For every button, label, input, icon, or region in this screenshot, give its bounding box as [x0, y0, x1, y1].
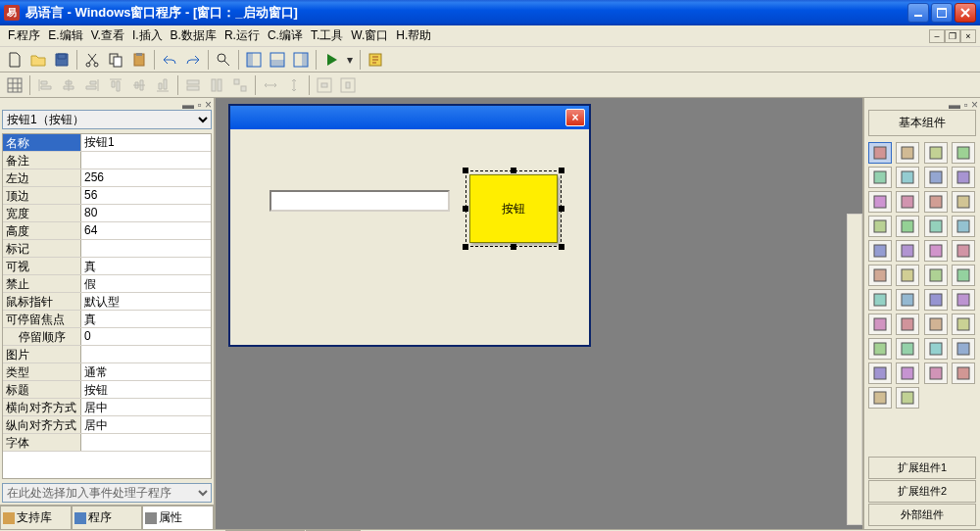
- toolbox-tab-external[interactable]: 外部组件: [868, 504, 976, 526]
- new-file-icon[interactable]: [4, 49, 25, 71]
- tab-support-lib[interactable]: 支持库: [0, 506, 72, 529]
- tool-tab-icon[interactable]: [952, 240, 975, 262]
- property-value[interactable]: 0: [81, 328, 211, 345]
- tool-shape-icon[interactable]: [952, 142, 975, 164]
- property-value[interactable]: 256: [81, 169, 211, 186]
- design-button-selected[interactable]: 按钮: [469, 174, 558, 243]
- property-row[interactable]: 图片: [3, 346, 211, 363]
- resize-handle-n[interactable]: [511, 168, 516, 173]
- redo-icon[interactable]: [182, 49, 204, 71]
- tool-link-icon[interactable]: [952, 289, 975, 311]
- property-row[interactable]: 左边256: [3, 169, 211, 187]
- resize-handle-nw[interactable]: [463, 168, 468, 173]
- tool-grid-icon[interactable]: [868, 216, 892, 237]
- tool-net-icon[interactable]: [924, 362, 948, 384]
- property-row[interactable]: 可停留焦点真: [3, 311, 211, 328]
- menu-window[interactable]: W.窗口: [347, 25, 392, 46]
- design-startup-window[interactable]: × 按钮: [228, 104, 591, 347]
- property-row[interactable]: 鼠标指针默认型: [3, 293, 211, 311]
- tool-label-icon[interactable]: [896, 142, 919, 164]
- tool-report-icon[interactable]: [952, 338, 975, 360]
- property-row[interactable]: 字体: [3, 434, 211, 452]
- tool-odbc-icon[interactable]: [896, 387, 919, 409]
- tool-color-icon[interactable]: [924, 289, 948, 311]
- property-row[interactable]: 标题按钮: [3, 381, 211, 399]
- tool-timer-icon[interactable]: [896, 314, 919, 335]
- tool-tree-icon[interactable]: [868, 362, 892, 384]
- tool-oe-icon[interactable]: [868, 387, 892, 409]
- layout-1-icon[interactable]: [243, 49, 265, 71]
- close-button[interactable]: [955, 3, 976, 23]
- tool-picture-icon[interactable]: [924, 142, 948, 164]
- property-row[interactable]: 顶边56: [3, 187, 211, 205]
- resize-handle-ne[interactable]: [559, 168, 564, 173]
- property-value[interactable]: 通常: [81, 363, 211, 380]
- property-row[interactable]: 备注: [3, 152, 211, 169]
- resize-handle-sw[interactable]: [463, 244, 468, 250]
- tool-pointer-icon[interactable]: [868, 142, 892, 164]
- component-selector[interactable]: 按钮1（按钮）: [2, 110, 212, 129]
- property-row[interactable]: 高度64: [3, 222, 211, 240]
- property-row[interactable]: 横向对齐方式居中: [3, 399, 211, 416]
- toolbox-tab-ext1[interactable]: 扩展组件1: [868, 457, 976, 479]
- resize-handle-s[interactable]: [511, 244, 516, 250]
- tool-folder-icon[interactable]: [924, 265, 948, 286]
- tool-slider-icon[interactable]: [952, 314, 975, 335]
- property-value[interactable]: 假: [81, 275, 211, 292]
- design-window-close-icon[interactable]: ×: [565, 109, 585, 126]
- menu-run[interactable]: R.运行: [220, 25, 264, 46]
- tool-progress-icon[interactable]: [924, 314, 948, 335]
- copy-icon[interactable]: [105, 49, 126, 71]
- property-value[interactable]: 80: [81, 205, 211, 221]
- property-row[interactable]: 名称···: [3, 134, 211, 152]
- tab-properties[interactable]: 属性: [142, 506, 214, 529]
- property-row[interactable]: 可视真: [3, 258, 211, 275]
- menu-insert[interactable]: I.插入: [128, 25, 167, 46]
- tool-calc-icon[interactable]: [868, 289, 892, 311]
- tool-panel-icon[interactable]: [924, 240, 948, 262]
- tool-vline-icon[interactable]: [896, 240, 919, 262]
- layout-2-icon[interactable]: [267, 49, 288, 71]
- tab-program[interactable]: 程序: [72, 506, 143, 529]
- run-icon[interactable]: [320, 49, 342, 71]
- tool-chart-icon[interactable]: [896, 289, 919, 311]
- tool-text-icon[interactable]: [924, 167, 948, 188]
- tool-query-icon[interactable]: [924, 338, 948, 360]
- property-row[interactable]: 纵向对齐方式居中: [3, 416, 211, 434]
- design-surface[interactable]: × 按钮: [216, 98, 862, 529]
- resize-handle-w[interactable]: [463, 206, 468, 212]
- property-row[interactable]: 停留顺序0: [3, 328, 211, 346]
- resize-handle-se[interactable]: [559, 244, 564, 250]
- vertical-scrollbar[interactable]: [847, 214, 862, 525]
- layout-3-icon[interactable]: [290, 49, 312, 71]
- menu-compile[interactable]: C.编译: [264, 25, 307, 46]
- property-grid[interactable]: 名称···备注左边256顶边56宽度80高度64标记可视真禁止假鼠标指针默认型可…: [2, 133, 212, 479]
- menu-database[interactable]: B.数据库: [167, 25, 220, 46]
- tool-record-icon[interactable]: [896, 338, 919, 360]
- menu-edit[interactable]: E.编辑: [44, 25, 86, 46]
- property-row[interactable]: 宽度80: [3, 205, 211, 222]
- tool-date-icon[interactable]: [896, 265, 919, 286]
- property-value[interactable]: 居中: [81, 399, 211, 415]
- design-edit-box[interactable]: [270, 190, 450, 212]
- event-selector[interactable]: 在此处选择加入事件处理子程序: [2, 483, 212, 503]
- property-value[interactable]: 64: [81, 222, 211, 239]
- menu-program[interactable]: F.程序: [4, 25, 44, 46]
- property-value-input[interactable]: [84, 135, 211, 150]
- menu-tools[interactable]: T.工具: [307, 25, 347, 46]
- property-value[interactable]: 真: [81, 258, 211, 274]
- undo-icon[interactable]: [159, 49, 180, 71]
- tool-node-icon[interactable]: [896, 362, 919, 384]
- tool-list-icon[interactable]: [924, 191, 948, 213]
- cut-icon[interactable]: [81, 49, 103, 71]
- tool-group-icon[interactable]: [952, 216, 975, 237]
- grid-icon[interactable]: [4, 74, 25, 96]
- tool-check-icon[interactable]: [868, 191, 892, 213]
- property-value[interactable]: [81, 434, 211, 451]
- property-value[interactable]: [81, 152, 211, 169]
- tool-sock-icon[interactable]: [952, 362, 975, 384]
- panel-pin-icon[interactable]: ▬ ▫ ×: [182, 98, 212, 108]
- tool-edit-icon[interactable]: [868, 167, 892, 188]
- tool-hline-icon[interactable]: [868, 240, 892, 262]
- minimize-button[interactable]: [907, 3, 929, 23]
